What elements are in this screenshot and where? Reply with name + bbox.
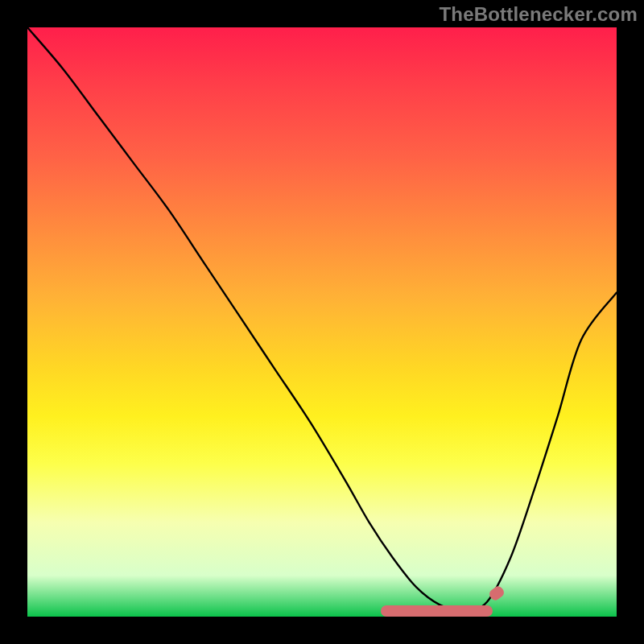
chart-frame: TheBottlenecker.com bbox=[0, 0, 644, 644]
optimal-range-marker bbox=[381, 605, 493, 617]
bottleneck-curve bbox=[27, 27, 617, 611]
curve-layer bbox=[27, 27, 617, 617]
plot-area bbox=[27, 27, 617, 617]
watermark-text: TheBottlenecker.com bbox=[439, 3, 638, 26]
